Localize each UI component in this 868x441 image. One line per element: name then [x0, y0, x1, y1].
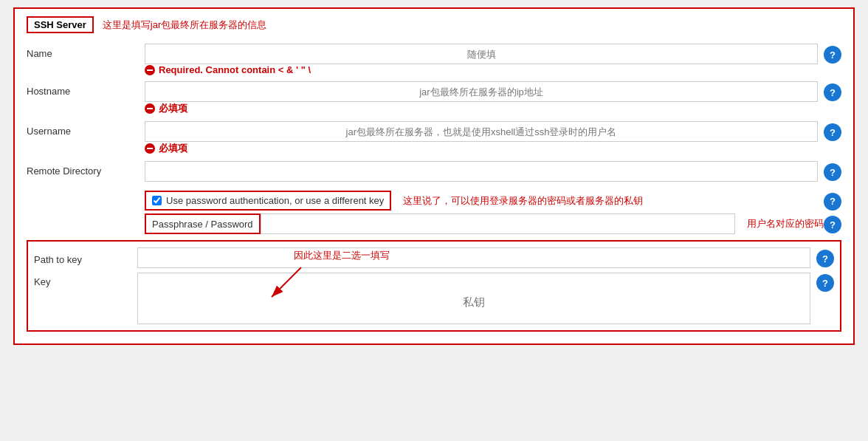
- passphrase-label: Passphrase / Password: [152, 219, 253, 230]
- hostname-row: Hostname ? 必填项: [27, 81, 841, 118]
- hostname-field-wrap: ? 必填项: [145, 81, 841, 118]
- path-key-section: Path to key ? Key ? 因此这里是二选一填写: [27, 240, 841, 332]
- use-password-label: Use password authentication, or use a di…: [166, 195, 384, 206]
- name-label: Name: [27, 44, 145, 59]
- username-required-msg: 必填项: [145, 142, 187, 155]
- remote-directory-input[interactable]: [145, 161, 818, 182]
- hostname-required-msg: 必填项: [145, 102, 187, 115]
- key-help-icon[interactable]: ?: [816, 274, 834, 292]
- key-textarea[interactable]: [137, 273, 810, 324]
- name-help-icon[interactable]: ?: [824, 46, 841, 64]
- hostname-help-icon[interactable]: ?: [824, 83, 841, 101]
- passphrase-row: Passphrase / Password 用户名对应的密码 ?: [27, 213, 841, 234]
- use-password-checkbox-box: Use password authentication, or use a di…: [145, 191, 391, 211]
- name-error-msg: Required. Cannot contain < & ' " \: [145, 64, 311, 75]
- name-error-row: Required. Cannot contain < & ' " \: [145, 64, 841, 75]
- use-password-help-icon[interactable]: ?: [824, 193, 841, 211]
- passphrase-annotation: 用户名对应的密码: [747, 217, 824, 230]
- remote-directory-help-icon[interactable]: ?: [824, 163, 841, 181]
- use-password-checkbox[interactable]: [152, 196, 162, 205]
- use-password-wrap: Use password authentication, or use a di…: [145, 191, 841, 211]
- use-password-row: Use password authentication, or use a di…: [27, 191, 841, 211]
- passphrase-wrap: Passphrase / Password 用户名对应的密码 ?: [145, 213, 841, 234]
- passphrase-help-icon[interactable]: ?: [824, 216, 841, 233]
- path-to-key-help-icon[interactable]: ?: [816, 250, 834, 267]
- username-field-wrap: ? 必填项: [145, 121, 841, 158]
- ssh-server-panel: SSH Server 这里是填写jar包最终所在服务器的信息 Name ? Re…: [13, 7, 855, 345]
- path-to-key-row: Path to key ?: [34, 247, 834, 268]
- name-row: Name ? Required. Cannot contain < & ' " …: [27, 44, 841, 78]
- username-label: Username: [27, 121, 145, 137]
- hostname-label: Hostname: [27, 81, 145, 97]
- username-required-row: 必填项: [145, 142, 841, 155]
- section-header: SSH Server 这里是填写jar包最终所在服务器的信息: [27, 16, 841, 33]
- hostname-input[interactable]: [145, 81, 818, 102]
- section-annotation: 这里是填写jar包最终所在服务器的信息: [103, 18, 266, 32]
- username-required-dot-icon: [145, 143, 155, 154]
- hostname-required-row: 必填项: [145, 102, 841, 115]
- path-to-key-input[interactable]: [137, 247, 810, 268]
- username-input[interactable]: [145, 121, 818, 142]
- passphrase-input[interactable]: [261, 213, 735, 234]
- username-help-icon[interactable]: ?: [824, 123, 841, 141]
- error-dot-icon: [145, 65, 155, 75]
- passphrase-label-box: Passphrase / Password: [145, 213, 261, 234]
- name-field-wrap: ? Required. Cannot contain < & ' " \: [145, 44, 841, 78]
- remote-directory-field-wrap: ?: [145, 161, 841, 182]
- name-input[interactable]: [145, 44, 818, 64]
- use-password-annotation: 这里说了，可以使用登录服务器的密码或者服务器的私钥: [403, 194, 643, 208]
- username-row: Username ? 必填项: [27, 121, 841, 158]
- key-row: Key ?: [34, 273, 834, 324]
- path-to-key-label: Path to key: [34, 250, 137, 265]
- key-label: Key: [34, 273, 137, 287]
- section-title: SSH Server: [27, 16, 94, 33]
- remote-directory-row: Remote Directory ?: [27, 161, 841, 185]
- remote-directory-label: Remote Directory: [27, 161, 145, 177]
- required-dot-icon: [145, 103, 155, 114]
